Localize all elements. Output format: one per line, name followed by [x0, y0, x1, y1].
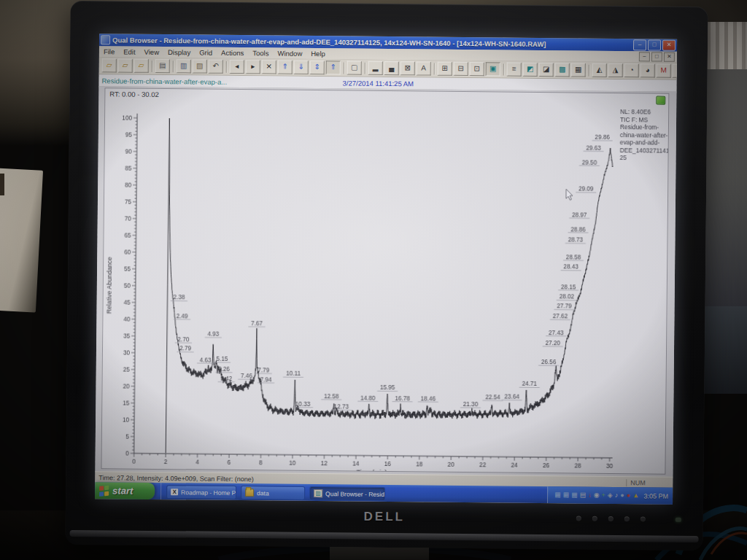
peak-detect-icon[interactable]: ◭ — [592, 63, 607, 77]
paper-note — [0, 168, 43, 313]
view-layout-1-icon[interactable]: ◩ — [523, 63, 538, 77]
library-match-icon[interactable]: M — [657, 64, 671, 78]
wall-left-background — [0, 0, 80, 146]
peak-label-icon[interactable]: ◮ — [608, 63, 623, 77]
power-button[interactable] — [676, 518, 681, 522]
display-options-icon[interactable]: ▢ — [347, 61, 362, 74]
x-tick-label: 16 — [384, 461, 392, 467]
smooth-icon[interactable]: ◔ — [624, 63, 639, 77]
clear-peaks-icon[interactable]: ✗ — [673, 64, 678, 78]
chromatogram-cell[interactable]: RT: 0.00 - 30.02 05101520253035404550556… — [101, 88, 669, 474]
peak-label: 28.02 — [560, 294, 575, 300]
menu-window[interactable]: Window — [273, 49, 306, 57]
mdi-close-button[interactable]: ✕ — [664, 52, 675, 62]
active-cell-pin-icon[interactable] — [656, 96, 665, 105]
spectrum-view-icon[interactable]: ▂ — [368, 61, 383, 75]
view-layout-2-icon[interactable]: ◪ — [539, 63, 554, 77]
monitor-menu-button[interactable] — [576, 516, 581, 521]
delete-icon[interactable]: ✕ — [262, 60, 276, 74]
grid-split-icon[interactable]: ⊡ — [470, 62, 484, 76]
chromatogram-plot[interactable]: 0510152025303540455055606570758085909510… — [101, 100, 668, 473]
y-tick-label: 40 — [123, 316, 131, 322]
menu-display[interactable]: Display — [163, 48, 195, 56]
app-tray-icon[interactable]: ● — [620, 487, 624, 504]
autoscale-icon[interactable]: ⇑ — [326, 61, 341, 74]
close-button[interactable]: ✕ — [662, 40, 676, 51]
peak-label: 5.15 — [216, 356, 228, 362]
network-status-icon[interactable]: ▦ — [571, 486, 578, 503]
device-icon[interactable]: ◈ — [608, 487, 613, 504]
safety-icon[interactable]: + — [601, 487, 605, 504]
menu-help[interactable]: Help — [306, 50, 330, 58]
taskbar-task-folder[interactable]: data — [241, 486, 305, 500]
network-status-icon[interactable]: ▦ — [563, 486, 570, 503]
start-button[interactable]: start — [95, 482, 155, 499]
peak-label: 12.58 — [324, 393, 339, 400]
y-tick-label: 70 — [125, 215, 132, 222]
peak-label: 24.71 — [522, 381, 537, 387]
peak-label: 29.86 — [595, 134, 610, 141]
volume-icon[interactable]: ◉ — [594, 487, 600, 504]
view-layout-4-icon[interactable]: ▦ — [571, 63, 586, 77]
printer-tray-icon[interactable]: ▤ — [580, 487, 587, 504]
chromatogram-view-icon[interactable]: ▄ — [384, 61, 399, 75]
print-icon[interactable]: ▤ — [155, 59, 170, 73]
x-tick-label: 18 — [416, 461, 423, 467]
peak-label: 10.33 — [295, 401, 311, 408]
tic-trace — [166, 118, 613, 457]
grid-delete-cell-icon[interactable]: ⊟ — [454, 62, 468, 76]
x-tick-label: 24 — [511, 462, 519, 469]
y-axis-title: Relative Abundance — [105, 257, 113, 314]
taskbar-task-roadmap[interactable]: XRoadmap - Home Page — [166, 485, 236, 499]
arrow-up-icon[interactable]: ⇑ — [278, 61, 293, 74]
peak-label: 28.86 — [570, 226, 586, 233]
update-download-icon[interactable]: ↓ — [588, 487, 592, 504]
minimize-button[interactable]: – — [633, 39, 646, 50]
arrow-updown-icon[interactable]: ⇕ — [310, 61, 325, 74]
app-icon — [101, 35, 110, 44]
copy-icon[interactable]: ▥ — [177, 59, 191, 73]
menu-tools[interactable]: Tools — [248, 49, 273, 57]
peak-label: 5.26 — [218, 366, 230, 373]
alert-icon[interactable]: ● — [627, 487, 631, 504]
menu-view[interactable]: View — [140, 48, 164, 56]
network-status-icon[interactable]: ▦ — [554, 486, 561, 503]
monitor-menu-button[interactable] — [592, 516, 597, 521]
y-tick-label: 45 — [123, 299, 131, 306]
map-view-icon[interactable]: ⊠ — [400, 61, 415, 75]
menu-actions[interactable]: Actions — [217, 49, 248, 57]
grid-active-cell-icon[interactable]: ▣ — [486, 62, 500, 76]
grid-insert-cell-icon[interactable]: ⊞ — [438, 62, 452, 76]
monitor-menu-button[interactable] — [624, 516, 630, 521]
open-layout-icon[interactable]: ▱ — [118, 58, 133, 72]
baseline-icon[interactable]: ◕ — [640, 63, 655, 77]
open-sequence-icon[interactable]: ▱ — [134, 59, 149, 73]
x-tick-label: 8 — [259, 459, 263, 466]
view-layout-3-icon[interactable]: ▩ — [555, 63, 570, 77]
audio-icon[interactable]: ♪ — [615, 487, 619, 504]
peak-label: 29.50 — [582, 159, 597, 166]
undo-icon[interactable]: ↶ — [209, 60, 223, 74]
open-raw-file-icon[interactable]: ▱ — [102, 58, 117, 72]
mdi-restore-button[interactable]: □ — [651, 52, 662, 61]
menu-edit[interactable]: Edit — [119, 47, 139, 55]
monitor-menu-button[interactable] — [608, 516, 614, 521]
report-icon[interactable]: ≡ — [507, 63, 522, 77]
previous-icon[interactable]: ◂ — [230, 60, 244, 74]
next-icon[interactable]: ▸ — [246, 60, 260, 74]
monitor-menu-button[interactable] — [640, 516, 646, 521]
arrow-down-icon[interactable]: ⇓ — [294, 61, 309, 74]
maximize-button[interactable]: □ — [648, 39, 661, 50]
scan-header-icon[interactable]: A — [417, 61, 431, 75]
menu-file[interactable]: File — [99, 47, 119, 55]
peak-label: 23.64 — [504, 394, 519, 400]
scan-annotation-line: evap-and-add- — [620, 139, 660, 147]
menu-grid[interactable]: Grid — [195, 48, 217, 56]
paste-icon[interactable]: ▧ — [193, 59, 207, 73]
warning-icon[interactable]: ▲ — [632, 487, 639, 504]
mdi-minimize-button[interactable]: – — [639, 52, 650, 61]
qual-icon: ▥ — [314, 489, 322, 497]
toolbar-separator — [434, 63, 435, 74]
x-tick-label: 22 — [479, 462, 487, 468]
taskbar-task-qual[interactable]: ▥Qual Browser - Resid... — [309, 486, 385, 501]
